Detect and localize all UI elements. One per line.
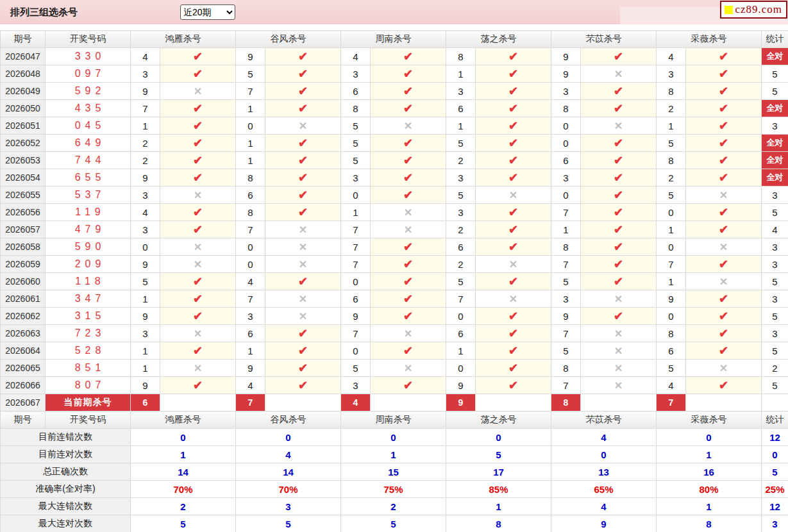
check-icon: ✔ [403,310,413,322]
stat-cell: 3 [762,187,788,204]
summary-row: 最大连错次数23214112 [1,498,788,515]
period-cell: 2026052 [1,135,46,152]
table-row: 20260526492✔1✔5✔5✔0✔5✔全对 [1,135,788,152]
kill-number-cell: 8 [551,100,581,117]
kill-number-cell: 3 [236,308,265,325]
cross-icon: ✕ [404,328,412,339]
kill-number-cell: 1 [131,290,160,308]
check-icon: ✔ [403,240,413,253]
kill-number-cell: 7 [236,290,265,308]
draw-numbers-cell: 330 [46,48,131,65]
kill-result-cell: ✔ [686,48,762,65]
table-row: 20260480973✔5✔3✔1✔9✕3✔5 [1,65,788,83]
summary-value-cell: 0 [446,429,551,446]
stat-cell: 3 [762,290,788,308]
kill-result-cell: ✕ [265,308,341,325]
period-cell: 2026063 [1,325,46,342]
column-header-stat: 统计 [762,411,788,429]
kill-number-cell: 1 [131,117,160,135]
kill-result-cell: ✔ [476,238,551,256]
kill-result-cell: ✔ [371,152,446,169]
kill-number-cell: 1 [236,135,265,152]
kill-result-cell: ✔ [686,100,762,117]
table-row: 20260504357✔1✔8✔6✔8✔2✔全对 [1,100,788,117]
kill-result-cell: ✔ [581,221,657,238]
kill-number-cell: 1 [551,221,581,238]
table-row: 20260561194✔8✔1✕3✔7✔0✔5 [1,204,788,221]
kill-result-cell: ✕ [581,342,657,360]
kill-number-cell: 7 [131,100,160,117]
all-correct-badge: 全对 [762,135,788,152]
check-icon: ✔ [614,223,623,236]
kill-result-cell: ✔ [265,204,341,221]
cross-icon: ✕ [614,294,623,304]
kill-number-cell: 9 [657,290,686,308]
check-icon: ✔ [403,171,413,184]
summary-row: 总正确次数1414151713165 [1,463,788,481]
kill-number-cell: 5 [131,273,160,290]
kill-result-cell: ✔ [581,100,657,117]
summary-value-cell: 4 [551,429,657,446]
stat-cell: 2 [762,360,788,377]
kill-result-cell: ✔ [371,342,446,360]
period-cell: 2026051 [1,117,46,135]
kill-result-cell: ✔ [686,256,762,273]
kill-number-cell: 3 [341,377,371,394]
summary-row: 准确率(全对率)70%70%75%85%65%80%25% [1,481,788,498]
summary-label-cell: 准确率(全对率) [1,481,131,498]
kill-number-cell: 5 [446,187,476,204]
kill-result-cell: ✕ [476,290,551,308]
check-icon: ✔ [193,102,203,115]
draw-numbers-cell: 347 [46,290,131,308]
kill-number-cell: 5 [446,273,476,290]
summary-stat-cell: 12 [762,429,788,446]
site-logo[interactable]: cz89.com [720,1,787,19]
summary-value-cell: 16 [657,463,762,481]
summary-value-cell: 5 [341,515,446,532]
table-row: 20260592099✕0✕7✔2✕7✔7✔3 [1,256,788,273]
kill-number-cell: 0 [657,238,686,256]
table-row: 20260510451✔0✕5✕1✔0✕1✔3 [1,117,788,135]
check-icon: ✔ [193,344,203,357]
cross-icon: ✕ [614,380,623,391]
kill-number-cell: 2 [657,169,686,187]
check-icon: ✔ [719,292,728,305]
top-bar: 排列三组选杀号 近20期 cz89.com [0,0,788,24]
summary-value-cell: 1 [657,498,762,515]
table-row: 20260555373✕6✔0✔5✕0✔5✕3 [1,187,788,204]
kill-number-cell: 9 [551,308,581,325]
kill-number-cell: 8 [657,325,686,342]
range-select[interactable]: 近20期 [180,4,235,20]
kill-number-cell: 6 [236,187,265,204]
cross-icon: ✕ [194,363,202,374]
kill-result-cell: ✔ [686,377,762,394]
kill-result-cell: ✕ [686,187,762,204]
table-row: 20260623159✔3✕9✔0✔9✔0✔5 [1,308,788,325]
stat-cell: 5 [762,273,788,290]
kill-number-cell: 8 [341,100,371,117]
column-header-group: 周南杀号 [341,411,446,429]
kill-number-cell: 5 [657,187,686,204]
check-icon: ✔ [298,379,308,392]
check-icon: ✔ [508,379,518,392]
kill-result-cell: ✔ [686,204,762,221]
draw-numbers-cell: 528 [46,342,131,360]
kill-number-cell: 7 [551,204,581,221]
cross-icon: ✕ [404,121,412,131]
period-cell: 2026060 [1,273,46,290]
check-icon: ✔ [508,223,518,236]
cross-icon: ✕ [404,363,412,374]
kill-number-cell: 5 [341,117,371,135]
kill-result-cell: ✔ [476,83,551,100]
kill-number-cell: 5 [341,360,371,377]
check-icon: ✔ [719,379,728,392]
kill-result-cell: ✔ [476,169,551,187]
kill-result-cell: ✔ [686,83,762,100]
kill-number-cell: 9 [236,360,265,377]
table-row: 20260585900✕0✕7✔6✔8✔0✕3 [1,238,788,256]
stat-cell: 5 [762,308,788,325]
stat-cell: 3 [762,117,788,135]
table-row: 20260658511✕9✔5✕0✔8✕5✕2 [1,360,788,377]
column-header-period: 期号 [1,411,46,429]
draw-numbers-cell: 479 [46,221,131,238]
